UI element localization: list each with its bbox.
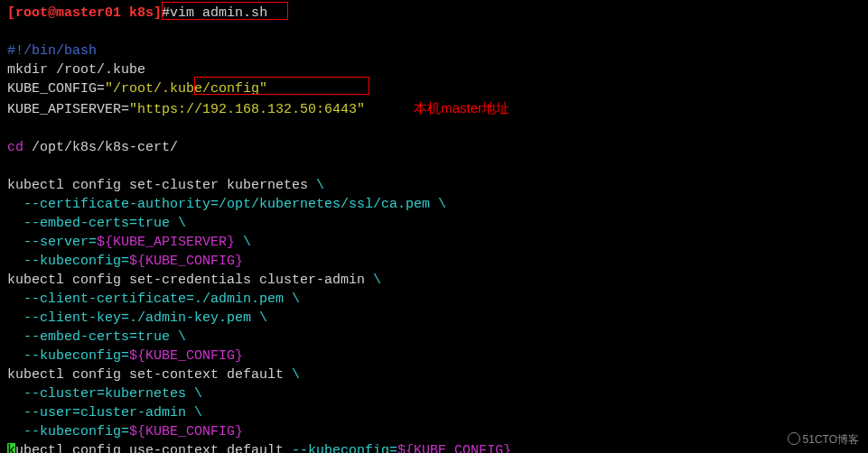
set-creds-l3: --client-key=./admin-key.pem \ — [7, 309, 861, 328]
set-creds-l2: --client-certificate=./admin.pem \ — [7, 290, 861, 309]
cursor[interactable]: k — [7, 443, 15, 453]
shebang-line: #!/bin/bash — [7, 42, 861, 60]
set-cluster-l5: --kubeconfig=${KUBE_CONFIG} — [7, 252, 861, 271]
set-creds-l5: --kubeconfig=${KUBE_CONFIG} — [7, 347, 861, 365]
mkdir-line: mkdir /root/.kube — [7, 60, 861, 79]
use-context-line: kubectl config use-context default --kub… — [7, 441, 861, 453]
set-context-l3: --user=cluster-admin \ — [7, 403, 861, 422]
blank-line-2 — [7, 119, 861, 138]
watermark: 51CTO博客 — [788, 432, 859, 448]
set-cluster-l4: --server=${KUBE_APISERVER} \ — [7, 233, 861, 252]
set-cluster-l3: --embed-certs=true \ — [7, 214, 861, 233]
set-context-l2: --cluster=kubernetes \ — [7, 384, 861, 403]
set-cluster-l1: kubectl config set-cluster kubernetes \ — [7, 176, 861, 195]
kube-config-line: KUBE_CONFIG="/root/.kube/config" — [7, 79, 861, 98]
shell-prompt-line: [root@master01 k8s]#vim admin.sh — [7, 4, 861, 23]
set-creds-l4: --embed-certs=true \ — [7, 328, 861, 347]
set-context-l1: kubectl config set-context default \ — [7, 365, 861, 384]
set-context-l4: --kubeconfig=${KUBE_CONFIG} — [7, 422, 861, 441]
blank-line-3 — [7, 157, 861, 176]
annotation-text: 本机master地址 — [414, 100, 509, 116]
command-text: vim admin.sh — [170, 5, 267, 21]
cd-line: cd /opt/k8s/k8s-cert/ — [7, 138, 861, 157]
set-creds-l1: kubectl config set-credentials cluster-a… — [7, 271, 861, 290]
kube-apiserver-line: KUBE_APISERVER="https://192.168.132.50:6… — [7, 98, 861, 119]
set-cluster-l2: --certificate-authority=/opt/kubernetes/… — [7, 195, 861, 214]
blank-line — [7, 23, 861, 42]
